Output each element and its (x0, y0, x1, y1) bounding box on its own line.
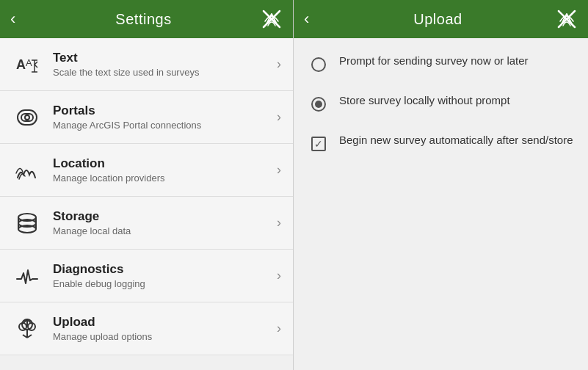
upload-gps-icon (551, 8, 578, 30)
upload-header: ‹ Upload (294, 0, 588, 38)
settings-item-location[interactable]: Location Manage location providers › (0, 144, 293, 197)
storage-chevron-icon: › (277, 215, 281, 231)
portals-item-subtitle: Manage ArcGIS Portal connections (53, 120, 277, 131)
radio-filled-icon (308, 94, 329, 115)
option-prompt[interactable]: Prompt for sending survey now or later (308, 53, 573, 75)
upload-back-button[interactable]: ‹ (304, 10, 324, 29)
upload-item-title: Upload (53, 315, 277, 330)
svg-point-11 (25, 115, 29, 120)
diagnostics-icon (12, 261, 43, 291)
settings-item-storage[interactable]: Storage Manage local data › (0, 197, 293, 250)
storage-item-title: Storage (53, 209, 277, 224)
option-auto-begin-label: Begin new survey automatically after sen… (339, 132, 573, 148)
svg-rect-9 (18, 110, 37, 125)
storage-item-subtitle: Manage local data (53, 225, 277, 236)
upload-item-subtitle: Manage upload options (53, 331, 277, 342)
option-prompt-label: Prompt for sending survey now or later (339, 53, 529, 68)
storage-icon (12, 208, 43, 239)
location-item-title: Location (53, 156, 277, 171)
svg-text:A: A (16, 57, 26, 72)
checkbox-checked-icon: ✓ (308, 134, 329, 154)
upload-panel: ‹ Upload Prompt for sending survey now o… (294, 0, 588, 370)
radio-empty-icon (308, 54, 329, 75)
settings-item-upload[interactable]: Upload Manage upload options › (0, 302, 293, 355)
option-store-local-label: Store survey locally without prompt (339, 92, 510, 108)
settings-list: A A Text Scale the text size used in sur… (0, 38, 293, 370)
portals-chevron-icon: › (277, 109, 281, 125)
settings-item-text[interactable]: A A Text Scale the text size used in sur… (0, 38, 293, 91)
diagnostics-item-subtitle: Enable debug logging (53, 278, 277, 289)
upload-options-list: Prompt for sending survey now or later S… (294, 38, 588, 370)
location-item-subtitle: Manage location providers (53, 173, 277, 184)
text-item-title: Text (53, 51, 277, 65)
location-icon (12, 155, 43, 186)
diagnostics-item-title: Diagnostics (53, 262, 277, 277)
upload-chevron-icon: › (277, 321, 281, 336)
text-icon: A A (12, 49, 43, 80)
portals-icon (12, 102, 43, 133)
gps-signal-icon (256, 8, 283, 30)
diagnostics-chevron-icon: › (277, 268, 281, 283)
text-item-subtitle: Scale the text size used in surveys (53, 67, 277, 78)
settings-item-portals[interactable]: Portals Manage ArcGIS Portal connections… (0, 91, 293, 144)
portals-item-title: Portals (53, 104, 277, 118)
upload-title: Upload (324, 11, 551, 28)
option-store-local[interactable]: Store survey locally without prompt (308, 92, 573, 115)
svg-text:A: A (26, 57, 32, 68)
settings-header: ‹ Settings (0, 0, 293, 38)
settings-panel: ‹ Settings A A (0, 0, 294, 370)
location-chevron-icon: › (277, 162, 281, 178)
settings-title: Settings (31, 11, 256, 28)
upload-icon (12, 313, 43, 344)
text-chevron-icon: › (277, 57, 281, 72)
settings-back-button[interactable]: ‹ (10, 10, 31, 29)
settings-item-diagnostics[interactable]: Diagnostics Enable debug logging › (0, 250, 293, 302)
option-auto-begin[interactable]: ✓ Begin new survey automatically after s… (308, 132, 573, 154)
